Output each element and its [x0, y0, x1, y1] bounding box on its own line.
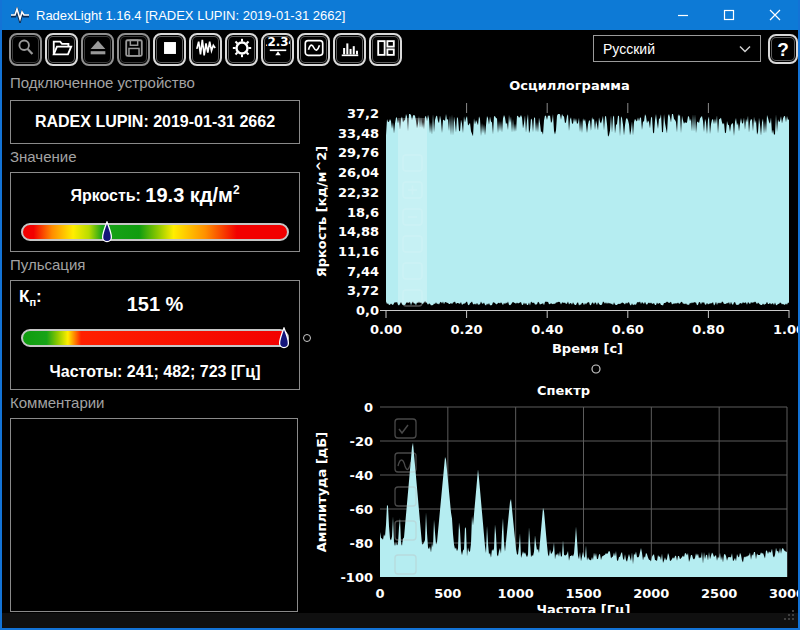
device-section-header: Подключенное устройство [10, 74, 195, 91]
osc-x-axis-label: Время [с] [552, 341, 623, 356]
pulsation-marker [278, 327, 290, 350]
spec-y-tick-label: -100 [340, 570, 373, 585]
waveform-button[interactable] [189, 33, 222, 66]
oscillogram-plot-area[interactable] [386, 113, 789, 310]
toolbar: 12.34 Русский ? [2, 30, 798, 68]
oscillogram-title: Осциллограмма [509, 78, 629, 93]
settings-button[interactable] [225, 33, 258, 66]
spec-x-tick-label: 500 [434, 586, 461, 601]
brightness-reading: Яркость: 19.3 кд/м2 [11, 183, 299, 209]
app-window: RadexLight 1.16.4 [RADEX LUPIN: 2019-01-… [0, 0, 800, 630]
osc-x-tick-label: 0.20 [451, 322, 483, 337]
stop-button[interactable] [153, 33, 186, 66]
meter-view-button[interactable]: 12.34 [261, 33, 294, 66]
spectrum-chart: Спектр0-20-40-60-80-100Амплитуда [дБ]050… [310, 380, 800, 614]
close-button[interactable] [752, 0, 798, 30]
oscillogram-chart: Осциллограмма37,233,4829,7626,0422,3218,… [310, 70, 800, 378]
spec-y-axis-label: Амплитуда [дБ] [314, 432, 329, 552]
osc-y-tick-label: 3,72 [347, 283, 379, 298]
osc-x-tick-label: 1.00 [773, 322, 800, 337]
osc-y-tick-label: 14,88 [338, 224, 379, 239]
resize-grip[interactable] [783, 608, 796, 626]
chart-splitter-handle[interactable] [592, 365, 600, 373]
comments-section-header: Комментарии [10, 394, 104, 411]
osc-y-tick-label: 18,6 [347, 205, 379, 220]
spectrum-plot-area[interactable] [380, 407, 787, 577]
curve-icon [303, 37, 325, 62]
pulsation-value: 151 % [11, 293, 299, 316]
meter-display-icon: 12.34 [266, 37, 290, 62]
spec-y-tick-label: -40 [350, 468, 374, 483]
help-button[interactable]: ? [768, 34, 798, 64]
value-marker [101, 221, 113, 244]
osc-y-tick-label: 33,48 [338, 126, 379, 141]
osc-y-tick-label: 22,32 [338, 185, 379, 200]
osc-x-tick-label: 0.60 [612, 322, 644, 337]
floppy-save-icon [123, 37, 145, 62]
window-controls [660, 0, 798, 30]
device-name: RADEX LUPIN: 2019-01-31 2662 [35, 113, 275, 131]
waveform-icon [195, 37, 217, 62]
spec-x-tick-label: 1000 [498, 586, 534, 601]
pulsation-box: Кп: 151 % Частоты: 241; 482; 723 [Гц] [10, 280, 300, 390]
value-box: Яркость: 19.3 кд/м2 [10, 172, 300, 252]
brightness-value: 19.3 [145, 184, 184, 206]
osc-y-tick-label: 11,16 [338, 244, 379, 259]
gear-icon [231, 37, 253, 62]
window-title: RadexLight 1.16.4 [RADEX LUPIN: 2019-01-… [36, 8, 345, 23]
device-name-box: RADEX LUPIN: 2019-01-31 2662 [10, 100, 300, 144]
value-section-header: Значение [10, 148, 77, 165]
spec-x-tick-label: 2000 [633, 586, 669, 601]
layout-button[interactable] [369, 33, 402, 66]
comments-input[interactable] [10, 418, 298, 612]
chevron-down-icon [739, 45, 751, 53]
brightness-unit-exp: 2 [233, 183, 240, 197]
language-select[interactable]: Русский [593, 35, 761, 62]
brightness-unit: кд/м [190, 184, 233, 206]
magnifier-icon [15, 37, 37, 62]
spectrum-title: Спектр [537, 383, 590, 398]
save-button[interactable] [117, 33, 150, 66]
osc-y-tick-label: 0,0 [356, 303, 379, 318]
spec-y-tick-label: 0 [364, 400, 373, 415]
bar-chart-icon [339, 37, 361, 62]
maximize-button[interactable] [706, 0, 752, 30]
zoom-button[interactable] [9, 33, 42, 66]
spec-y-tick-label: -20 [350, 434, 374, 449]
titlebar: RadexLight 1.16.4 [RADEX LUPIN: 2019-01-… [2, 0, 798, 30]
osc-y-tick-label: 37,2 [347, 106, 379, 121]
osc-x-tick-label: 0.00 [370, 322, 402, 337]
pulsation-frequencies: Частоты: 241; 482; 723 [Гц] [11, 363, 299, 381]
minimize-button[interactable] [660, 0, 706, 30]
stop-square-icon [159, 37, 181, 62]
brightness-label: Яркость: [70, 187, 141, 204]
spec-x-tick-label: 3000 [769, 586, 800, 601]
pulsation-scale-bar [21, 329, 289, 347]
osc-x-tick-label: 0.80 [692, 322, 724, 337]
spec-x-tick-label: 1500 [565, 586, 601, 601]
osc-y-tick-label: 7,44 [347, 264, 379, 279]
spec-x-tick-label: 0 [375, 586, 384, 601]
osc-y-tick-label: 29,76 [338, 145, 379, 160]
pulsation-section-header: Пульсация [10, 256, 85, 273]
spectrum-view-button[interactable] [333, 33, 366, 66]
brightness-scale-bar [21, 223, 289, 241]
osc-y-tick-label: 26,04 [338, 165, 379, 180]
open-folder-icon [51, 37, 73, 62]
open-file-button[interactable] [45, 33, 78, 66]
eject-button[interactable] [81, 33, 114, 66]
spec-y-tick-label: -60 [350, 502, 374, 517]
app-logo-icon [10, 7, 30, 23]
spec-y-tick-label: -80 [350, 536, 374, 551]
spec-x-tick-label: 2500 [701, 586, 737, 601]
language-value: Русский [603, 41, 655, 57]
svg-text:12.34: 12.34 [266, 37, 290, 49]
oscillogram-view-button[interactable] [297, 33, 330, 66]
layout-icon [375, 37, 397, 62]
status-bar [2, 613, 798, 628]
eject-icon [87, 37, 109, 62]
osc-x-tick-label: 0.40 [531, 322, 563, 337]
osc-y-axis-label: Яркость [кд/м^2] [314, 146, 329, 278]
